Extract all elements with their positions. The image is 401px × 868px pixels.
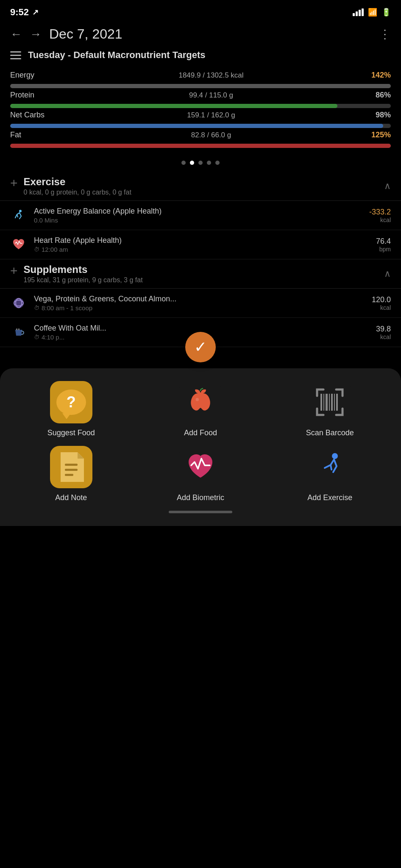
- signal-icon: [353, 8, 364, 16]
- add-food-icon-wrap: [179, 381, 222, 423]
- macro-row-energy: Energy 1849.9 / 1302.5 kcal 142%: [10, 71, 391, 80]
- macro-values-netcarbs: 159.1 / 162.0 g: [66, 111, 356, 120]
- add-exercise-icon-wrap: [309, 446, 351, 488]
- dot-4[interactable]: [207, 161, 211, 165]
- vega-unit: kcal: [372, 304, 391, 311]
- suggest-food-button[interactable]: ? Suggest Food: [8, 381, 134, 437]
- svg-point-6: [196, 398, 199, 401]
- heart-icon: [10, 236, 27, 253]
- active-energy-num: -333.2: [369, 208, 391, 217]
- list-item-heart-rate[interactable]: Heart Rate (Apple Health) ⏱ 12:00 am 76.…: [0, 230, 401, 259]
- list-item-active-energy[interactable]: Active Energy Balance (Apple Health) 0.0…: [0, 201, 401, 230]
- svg-rect-10: [329, 394, 330, 411]
- active-energy-text: Active Energy Balance (Apple Health) 0.0…: [34, 207, 369, 224]
- exercise-icon: [313, 450, 347, 484]
- add-biometric-icon-wrap: [179, 446, 222, 488]
- svg-rect-12: [334, 394, 335, 411]
- suggest-food-icon-wrap: ?: [50, 381, 92, 423]
- supplements-chevron-icon[interactable]: ∧: [384, 268, 391, 279]
- fab-area: ✓: [0, 347, 401, 368]
- header: ← → Dec 7, 2021 ⋮: [0, 22, 401, 46]
- svg-rect-15: [65, 469, 78, 471]
- active-energy-sub: 0.0 Mins: [34, 217, 369, 224]
- add-biometric-label: Add Biometric: [177, 493, 224, 502]
- active-energy-unit: kcal: [369, 217, 391, 223]
- svg-rect-13: [336, 394, 338, 411]
- heart-rate-sub: ⏱ 12:00 am: [34, 246, 376, 253]
- biometric-icon: [184, 450, 217, 484]
- wifi-icon: 📶: [368, 8, 377, 17]
- supplements-add-button[interactable]: +: [10, 264, 18, 277]
- suggest-food-label: Suggest Food: [47, 428, 95, 437]
- progress-bar-protein: [10, 104, 391, 108]
- add-biometric-button[interactable]: Add Biometric: [138, 446, 263, 502]
- svg-rect-4: [16, 328, 17, 330]
- exercise-chevron-icon[interactable]: ∧: [384, 181, 391, 192]
- svg-rect-9: [326, 394, 328, 411]
- barcode-icon: [313, 385, 347, 419]
- forward-button[interactable]: →: [30, 28, 42, 41]
- exercise-subtitle: 0 kcal, 0 g protein, 0 g carbs, 0 g fat: [24, 189, 384, 196]
- dot-2[interactable]: [190, 161, 194, 165]
- scan-barcode-label: Scan Barcode: [306, 428, 354, 437]
- vega-text: Vega, Protein & Greens, Coconut Almon...…: [34, 295, 372, 312]
- scan-barcode-button[interactable]: Scan Barcode: [267, 381, 393, 437]
- dot-1[interactable]: [181, 161, 186, 165]
- suggest-food-icon: ?: [56, 389, 86, 415]
- svg-rect-7: [320, 394, 322, 411]
- svg-rect-16: [65, 474, 73, 476]
- supplements-title-block: Supplements 195 kcal, 31 g protein, 9 g …: [24, 264, 384, 284]
- progress-fill-protein: [10, 104, 337, 108]
- macro-row-netcarbs: Net Carbs 159.1 / 162.0 g 98%: [10, 111, 391, 120]
- header-menu-button[interactable]: ⋮: [379, 27, 391, 41]
- hamburger-icon[interactable]: [10, 51, 21, 59]
- add-note-button[interactable]: Add Note: [8, 446, 134, 502]
- supplements-section-header: + Supplements 195 kcal, 31 g protein, 9 …: [0, 259, 401, 289]
- supplements-title: Supplements: [24, 264, 384, 275]
- svg-point-1: [14, 298, 24, 308]
- heart-rate-value: 76.4 bpm: [376, 237, 391, 253]
- vega-value: 120.0 kcal: [372, 295, 391, 311]
- macro-values-energy: 1849.9 / 1302.5 kcal: [66, 71, 356, 80]
- status-bar: 9:52 ↗ 📶 🔋: [0, 0, 401, 22]
- macro-values-fat: 82.8 / 66.0 g: [66, 131, 356, 139]
- active-energy-value: -333.2 kcal: [369, 208, 391, 223]
- heart-rate-num: 76.4: [376, 237, 391, 246]
- exercise-section-header: + Exercise 0 kcal, 0 g protein, 0 g carb…: [0, 172, 401, 201]
- macro-row-fat: Fat 82.8 / 66.0 g 125%: [10, 131, 391, 139]
- macro-values-protein: 99.4 / 115.0 g: [66, 91, 356, 100]
- status-icons: 📶 🔋: [353, 8, 391, 17]
- active-energy-name: Active Energy Balance (Apple Health): [34, 207, 369, 216]
- add-note-icon-wrap: [50, 446, 92, 488]
- svg-point-17: [332, 453, 338, 459]
- heart-rate-name: Heart Rate (Apple Health): [34, 236, 376, 245]
- progress-fill-energy: [10, 84, 391, 88]
- svg-rect-11: [331, 394, 333, 411]
- add-exercise-button[interactable]: Add Exercise: [267, 446, 393, 502]
- list-item-vega[interactable]: Vega, Protein & Greens, Coconut Almon...…: [0, 289, 401, 318]
- macro-label-energy: Energy: [10, 71, 61, 80]
- exercise-add-button[interactable]: +: [10, 177, 18, 189]
- macro-label-netcarbs: Net Carbs: [10, 111, 61, 120]
- time-label: 9:52: [10, 7, 29, 18]
- coffee-value: 39.8 kcal: [376, 325, 391, 340]
- supplement-icon: [10, 295, 27, 312]
- dot-3[interactable]: [198, 161, 203, 165]
- progress-fill-netcarbs: [10, 124, 383, 128]
- vega-name: Vega, Protein & Greens, Coconut Almon...: [34, 295, 372, 303]
- add-food-button[interactable]: Add Food: [138, 381, 263, 437]
- svg-rect-14: [65, 464, 78, 466]
- progress-bar-fat: [10, 144, 391, 148]
- home-indicator: [169, 511, 232, 513]
- day-label: Tuesday - Default Macronutrient Targets: [0, 46, 401, 67]
- macro-label-fat: Fat: [10, 131, 61, 139]
- progress-bar-energy: [10, 84, 391, 88]
- svg-point-0: [19, 210, 22, 212]
- coffee-num: 39.8: [376, 325, 391, 334]
- back-button[interactable]: ←: [10, 28, 22, 41]
- dot-5[interactable]: [215, 161, 220, 165]
- fab-check-button[interactable]: ✓: [185, 332, 216, 362]
- coffee-icon: [10, 324, 27, 341]
- status-time: 9:52 ↗: [10, 7, 39, 18]
- progress-bar-netcarbs: [10, 124, 391, 128]
